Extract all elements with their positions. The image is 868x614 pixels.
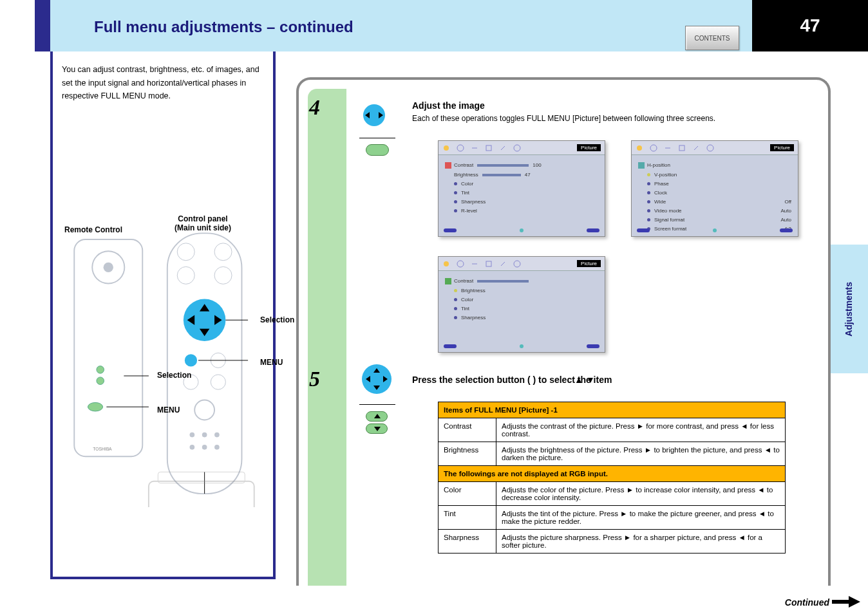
continued-arrow-icon <box>832 595 860 609</box>
svg-point-25 <box>194 400 214 420</box>
side-tab-adjustments[interactable]: Adjustments <box>829 245 868 373</box>
step5-title: Press the selection button ( ) to select… <box>412 375 612 385</box>
label-control-panel: Control panel (Main unit side) <box>175 214 231 232</box>
osd-picture-3: Picture Contrast Brightness Color Tint S… <box>438 256 605 353</box>
side-tab-label: Adjustments <box>844 282 854 337</box>
menu-pill-icon <box>366 144 389 158</box>
svg-point-47 <box>457 261 464 267</box>
svg-point-12 <box>177 266 194 284</box>
arrow-icon <box>471 144 478 152</box>
globe-icon <box>513 144 521 152</box>
osd-picture-2: Picture H-position V-position Phase Cloc… <box>631 140 798 237</box>
step4-title: Adjust the image <box>412 100 715 111</box>
svg-point-2 <box>104 263 113 272</box>
down-triangle-icon: ▼ <box>586 375 595 385</box>
selection-button-full-icon <box>362 364 392 394</box>
svg-rect-48 <box>486 261 491 266</box>
left-column: You can adjust contrast, brightness, etc… <box>50 51 276 579</box>
table-header-2: The followings are not displayed at RGB … <box>439 466 786 482</box>
osd-picture-1: Picture Contrast100 Brightness47 Color T… <box>438 140 605 237</box>
svg-point-10 <box>177 243 194 261</box>
menu-button-icon <box>366 144 389 156</box>
row-tint-label: Tint <box>439 506 496 530</box>
sun-icon <box>442 144 450 152</box>
step-number-4: 4 <box>309 95 320 120</box>
page-number: 47 <box>752 0 868 51</box>
full-dpad-icon <box>362 364 392 396</box>
svg-point-37 <box>457 145 464 151</box>
svg-point-4 <box>97 377 104 385</box>
step4-text: Each of these operations toggles FULL ME… <box>412 113 715 124</box>
label-remote-control: Remote Control <box>64 225 122 234</box>
intro-text: You can adjust contrast, brightness, etc… <box>62 63 267 103</box>
svg-point-11 <box>214 243 232 261</box>
page-title: Full menu adjustments – continued <box>94 18 354 36</box>
svg-point-30 <box>202 445 207 450</box>
remote-diagram: TOSHIBA <box>62 108 267 507</box>
adjustment-table: Items of FULL MENU [Picture] -1 Contrast… <box>438 402 786 554</box>
svg-point-36 <box>444 145 449 151</box>
svg-point-3 <box>97 366 104 373</box>
wrench-icon <box>499 144 507 152</box>
row-brightness-desc: Adjusts the brightness of the picture. P… <box>496 442 786 466</box>
svg-point-20 <box>185 354 197 366</box>
svg-point-44 <box>707 145 713 151</box>
svg-point-31 <box>214 445 220 450</box>
up-triangle-icon: ▲ <box>574 375 583 385</box>
row-contrast-label: Contrast <box>439 418 496 442</box>
svg-text:TOSHIBA: TOSHIBA <box>93 447 112 451</box>
clock-icon <box>457 144 464 152</box>
svg-point-42 <box>650 145 657 151</box>
dpad-icon <box>363 104 385 129</box>
svg-rect-38 <box>486 145 491 151</box>
svg-point-6 <box>88 402 102 411</box>
svg-point-27 <box>202 433 207 438</box>
row-color-desc: Adjusts the color of the picture. Press … <box>496 482 786 506</box>
svg-point-13 <box>214 266 232 284</box>
row-contrast-desc: Adjusts the contrast of the picture. Pre… <box>496 418 786 442</box>
down-button-icon <box>366 423 388 434</box>
shield-icon <box>485 144 493 152</box>
svg-point-46 <box>444 261 449 266</box>
svg-point-41 <box>637 145 642 151</box>
label-menu-1: MENU <box>157 405 180 414</box>
table-header-1: Items of FULL MENU [Picture] -1 <box>439 402 786 418</box>
continued-label: Continued <box>785 597 829 608</box>
svg-point-28 <box>214 433 220 438</box>
label-menu-2: MENU <box>260 358 283 367</box>
row-sharpness-desc: Adjusts the picture sharpness. Press ► f… <box>496 530 786 554</box>
svg-rect-9 <box>167 233 242 494</box>
svg-rect-40 <box>445 162 451 169</box>
row-tint-desc: Adjusts the tint of the picture. Press ►… <box>496 506 786 530</box>
topbar: Full menu adjustments – continued CONTEN… <box>35 0 868 51</box>
step-number-5: 5 <box>309 367 320 391</box>
topbar-accent <box>35 0 50 51</box>
svg-rect-45 <box>638 162 645 169</box>
up-button-icon <box>366 411 388 422</box>
svg-point-26 <box>190 433 195 438</box>
svg-marker-51 <box>832 596 860 608</box>
remote-svg: TOSHIBA <box>62 108 267 507</box>
label-selection-1: Selection <box>157 371 191 380</box>
right-panel: 4 Adjust the image Each of these operati… <box>296 77 831 586</box>
contents-button[interactable]: CONTENTS <box>685 26 739 50</box>
green-strip <box>308 89 346 586</box>
svg-point-24 <box>211 375 225 389</box>
svg-rect-50 <box>445 278 451 284</box>
svg-point-29 <box>190 445 195 450</box>
svg-point-39 <box>514 145 520 151</box>
row-brightness-label: Brightness <box>439 442 496 466</box>
selection-button-icon <box>363 104 385 126</box>
right-column: 4 Adjust the image Each of these operati… <box>296 77 831 586</box>
label-selection-2: Selection <box>260 315 294 324</box>
row-color-label: Color <box>439 482 496 506</box>
row-sharpness-label: Sharpness <box>439 530 496 554</box>
svg-rect-43 <box>679 145 684 151</box>
content-area: 4 Adjust the image Each of these operati… <box>354 89 818 586</box>
osd-label: Picture <box>577 144 601 151</box>
svg-point-49 <box>514 261 520 267</box>
pill-arrows-icon <box>366 409 388 436</box>
